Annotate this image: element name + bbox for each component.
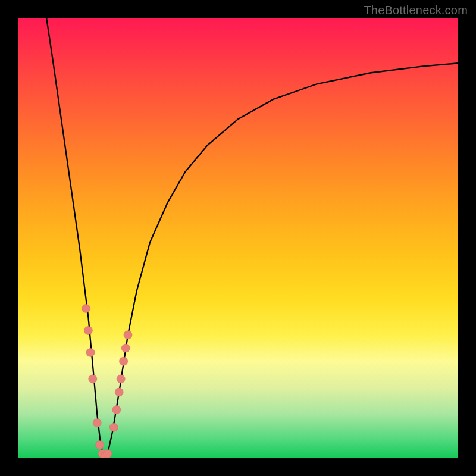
sample-marker: [112, 406, 121, 414]
sample-marker: [84, 326, 92, 334]
bottleneck-curve-svg: [18, 18, 458, 458]
chart-frame: TheBottleneck.com: [0, 0, 476, 476]
sample-marker: [115, 388, 123, 396]
sample-marker: [104, 450, 112, 458]
sample-marker: [89, 375, 97, 383]
sample-marker: [117, 375, 125, 383]
sample-markers-group: [82, 304, 132, 458]
sample-marker: [121, 344, 130, 352]
sample-marker: [120, 357, 128, 365]
sample-marker: [109, 423, 118, 431]
sample-marker: [93, 419, 101, 427]
plot-area: [18, 18, 458, 458]
sample-marker: [96, 441, 104, 449]
watermark-text: TheBottleneck.com: [364, 4, 468, 17]
sample-marker: [82, 304, 90, 312]
sample-marker: [124, 331, 132, 339]
bottleneck-curve: [46, 18, 458, 458]
sample-marker: [86, 348, 95, 356]
